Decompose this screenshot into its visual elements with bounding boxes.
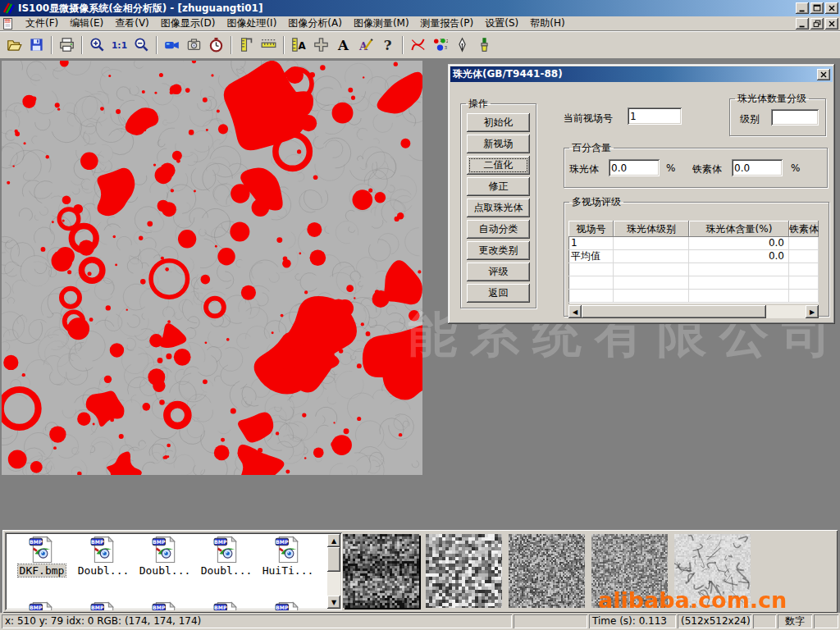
scroll-left-button[interactable]: ◀ bbox=[568, 305, 582, 318]
pearlite-percent-input[interactable] bbox=[609, 159, 660, 176]
sample-thumbnail-1[interactable] bbox=[426, 534, 502, 608]
bmp-file-icon: BMP bbox=[29, 601, 55, 610]
zoom-out-button[interactable] bbox=[130, 34, 153, 56]
current-field-input[interactable] bbox=[628, 107, 682, 125]
menu-item-7[interactable]: 测量报告(P) bbox=[415, 16, 480, 30]
caliper-button[interactable] bbox=[235, 34, 258, 56]
ruler-button[interactable] bbox=[258, 34, 280, 56]
file-item-row2-1[interactable]: BMP bbox=[73, 601, 134, 610]
table-horizontal-scrollbar[interactable]: ◀ ▶ bbox=[568, 305, 819, 318]
menu-item-1[interactable]: 编辑(E) bbox=[64, 16, 109, 30]
close-button[interactable] bbox=[825, 2, 838, 14]
menu-item-6[interactable]: 图像测量(M) bbox=[348, 16, 415, 30]
minimize-button[interactable] bbox=[796, 2, 809, 14]
table-row-0[interactable]: 10.0 bbox=[568, 237, 819, 250]
menu-item-4[interactable]: 图像处理(I) bbox=[221, 16, 282, 30]
file-item-row2-3[interactable]: BMP bbox=[196, 601, 257, 610]
file-item-row2-4[interactable]: BMP bbox=[258, 601, 318, 610]
file-item-1[interactable]: BMPDoubl... bbox=[73, 536, 134, 577]
photo-camera-button[interactable] bbox=[183, 34, 205, 56]
measure-text-button[interactable]: A bbox=[288, 34, 310, 56]
scrollbar-track[interactable] bbox=[766, 305, 806, 318]
file-name[interactable]: DKF.bmp bbox=[18, 564, 66, 577]
menu-item-8[interactable]: 设置(S) bbox=[479, 16, 524, 30]
table-header: 视场号珠光体级别珠光体含量(%)铁素体 bbox=[568, 221, 819, 237]
table-row-4[interactable] bbox=[568, 290, 819, 303]
video-camera-button[interactable] bbox=[161, 34, 183, 56]
table-column-header[interactable]: 珠光体级别 bbox=[614, 221, 689, 237]
operation-button-4[interactable]: 点取珠光体 bbox=[467, 199, 530, 217]
scrollbar-thumb[interactable] bbox=[327, 547, 340, 572]
filelist-vertical-scrollbar[interactable]: ▲ ▼ bbox=[327, 534, 340, 609]
toolbar: 1:1AAA?123 bbox=[0, 31, 840, 59]
help-button[interactable]: ? bbox=[377, 34, 399, 56]
dialog-close-button[interactable] bbox=[817, 69, 830, 80]
metallographic-image[interactable] bbox=[2, 61, 422, 475]
ferrite-percent-input[interactable] bbox=[732, 159, 783, 176]
scrollbar-thumb[interactable] bbox=[582, 305, 766, 318]
scrollbar-track[interactable] bbox=[327, 572, 340, 596]
sample-thumbnail-0[interactable] bbox=[343, 534, 419, 608]
file-name[interactable]: Doubl... bbox=[138, 564, 193, 577]
save-button[interactable] bbox=[25, 34, 48, 56]
operation-button-7[interactable]: 评级 bbox=[467, 262, 530, 281]
operation-button-6[interactable]: 更改类别 bbox=[467, 241, 530, 260]
document-icon[interactable]: DOC bbox=[2, 17, 15, 30]
brush-icon bbox=[477, 37, 492, 52]
dialog-title-bar[interactable]: 珠光体(GB/T9441-88) bbox=[450, 66, 833, 82]
bmp-file-icon: BMP bbox=[152, 536, 178, 564]
table-row-3[interactable] bbox=[568, 276, 819, 290]
file-item-0[interactable]: BMPDKF.bmp bbox=[11, 536, 72, 577]
file-name[interactable]: Doubl... bbox=[76, 564, 131, 577]
scroll-up-button[interactable]: ▲ bbox=[327, 534, 340, 547]
menu-item-9[interactable]: 帮助(H) bbox=[524, 16, 570, 30]
move-cross-button[interactable] bbox=[310, 34, 332, 56]
child-restore-button[interactable] bbox=[810, 18, 824, 30]
table-row-1[interactable]: 平均值0.0 bbox=[568, 250, 819, 263]
operation-button-8[interactable]: 返回 bbox=[467, 284, 530, 303]
table-row-2[interactable] bbox=[568, 263, 819, 276]
file-name[interactable]: HuiTi... bbox=[261, 564, 316, 577]
menu-item-2[interactable]: 查看(V) bbox=[109, 16, 155, 30]
file-name[interactable]: Doubl... bbox=[199, 564, 254, 577]
sample-thumbnail-3[interactable] bbox=[591, 534, 668, 608]
brush-button[interactable] bbox=[473, 34, 495, 56]
multifield-table[interactable]: 视场号珠光体级别珠光体含量(%)铁素体10.0平均值0.0 bbox=[568, 221, 819, 304]
scroll-down-button[interactable]: ▼ bbox=[327, 596, 340, 609]
operation-button-0[interactable]: 初始化 bbox=[467, 113, 530, 132]
print-button[interactable] bbox=[56, 34, 78, 56]
percentage-group: 百分含量 珠光体 % 铁素体 % bbox=[564, 141, 828, 188]
timer-button[interactable] bbox=[205, 34, 227, 56]
classify-points-button[interactable]: 123 bbox=[429, 34, 451, 56]
menu-item-3[interactable]: 图像显示(D) bbox=[155, 16, 221, 30]
file-item-2[interactable]: BMPDoubl... bbox=[135, 536, 195, 577]
file-item-3[interactable]: BMPDoubl... bbox=[196, 536, 257, 577]
level-input[interactable] bbox=[771, 109, 819, 126]
menu-item-0[interactable]: 文件(F) bbox=[20, 16, 64, 30]
open-button[interactable] bbox=[3, 34, 25, 56]
text-button[interactable]: A bbox=[332, 34, 354, 56]
table-column-header[interactable]: 视场号 bbox=[568, 221, 614, 237]
child-minimize-button[interactable] bbox=[796, 18, 809, 30]
child-close-button[interactable] bbox=[825, 18, 838, 30]
operation-button-5[interactable]: 自动分类 bbox=[467, 220, 530, 239]
table-column-header[interactable]: 铁素体 bbox=[789, 221, 819, 237]
text-edit-button[interactable]: A bbox=[354, 34, 377, 56]
curve-button[interactable] bbox=[407, 34, 429, 56]
operation-button-2[interactable]: 二值化 bbox=[467, 156, 530, 175]
pen-button[interactable] bbox=[451, 34, 473, 56]
sample-thumbnail-4[interactable] bbox=[674, 534, 751, 608]
table-column-header[interactable]: 珠光体含量(%) bbox=[689, 221, 789, 237]
operation-button-1[interactable]: 新视场 bbox=[467, 135, 530, 153]
menu-item-5[interactable]: 图像分析(A) bbox=[282, 16, 348, 30]
scroll-right-button[interactable]: ▶ bbox=[806, 305, 819, 318]
maximize-button[interactable] bbox=[810, 2, 824, 14]
sample-thumbnail-2[interactable] bbox=[509, 534, 585, 608]
zoom-in-button[interactable] bbox=[86, 34, 108, 56]
operation-button-3[interactable]: 修正 bbox=[467, 177, 530, 196]
actual-size-button[interactable]: 1:1 bbox=[108, 34, 130, 56]
file-item-row2-0[interactable]: BMP bbox=[11, 601, 72, 610]
svg-text:BMP: BMP bbox=[91, 605, 104, 610]
file-item-row2-2[interactable]: BMP bbox=[135, 601, 195, 610]
file-item-4[interactable]: BMPHuiTi... bbox=[258, 536, 318, 577]
